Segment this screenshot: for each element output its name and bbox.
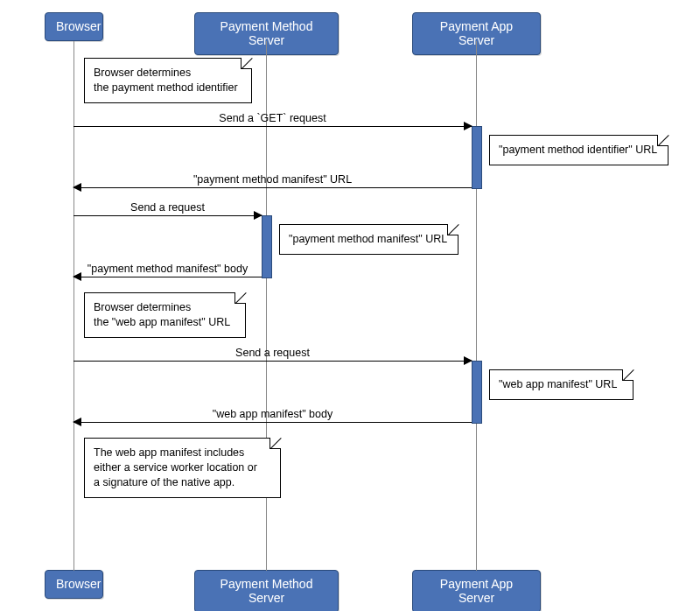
participant-pms-bottom: Payment Method Server bbox=[194, 570, 339, 611]
msg-pmm-body: "payment method manifest" body bbox=[74, 277, 262, 277]
msg-send-request-pas: Send a request bbox=[74, 361, 472, 362]
note-line: either a service worker location or bbox=[94, 461, 257, 474]
participant-label: Browser bbox=[56, 577, 101, 591]
note-line: "payment method manifest" URL bbox=[289, 233, 447, 245]
msg-get-request: Send a `GET` request bbox=[74, 126, 472, 127]
note-pmm-url: "payment method manifest" URL bbox=[279, 224, 458, 255]
note-browser-determines-pmi: Browser determines the payment method id… bbox=[84, 58, 252, 103]
message-label: "payment method manifest" body bbox=[74, 263, 262, 275]
note-line: the "web app manifest" URL bbox=[94, 316, 230, 328]
sequence-diagram: Browser Payment Method Server Payment Ap… bbox=[12, 12, 688, 599]
message-label: Send a request bbox=[74, 201, 262, 214]
note-wam-url: "web app manifest" URL bbox=[489, 369, 634, 400]
message-label: "web app manifest" body bbox=[74, 408, 472, 420]
participant-label: Payment App Server bbox=[440, 577, 513, 605]
message-label: Send a `GET` request bbox=[74, 112, 472, 124]
participant-browser-bottom: Browser bbox=[45, 570, 103, 599]
note-wam-includes: The web app manifest includes either a s… bbox=[84, 438, 281, 498]
msg-wam-body: "web app manifest" body bbox=[74, 422, 472, 423]
note-line: "web app manifest" URL bbox=[499, 378, 617, 390]
activation-pas-1 bbox=[472, 126, 482, 189]
msg-pmm-url: "payment method manifest" URL bbox=[74, 187, 472, 188]
participant-label: Payment Method Server bbox=[220, 577, 313, 605]
participant-pas-bottom: Payment App Server bbox=[412, 570, 541, 611]
message-label: "payment method manifest" URL bbox=[74, 173, 472, 186]
note-line: a signature of the native app. bbox=[94, 476, 234, 488]
lifeline-pas bbox=[476, 41, 477, 571]
activation-pms-1 bbox=[262, 215, 272, 278]
note-line: The web app manifest includes bbox=[94, 446, 244, 459]
note-pmi-url: "payment method identifier" URL bbox=[489, 135, 668, 165]
note-browser-determines-wam: Browser determines the "web app manifest… bbox=[84, 292, 246, 338]
msg-send-request-pms: Send a request bbox=[74, 215, 262, 216]
note-line: Browser determines bbox=[94, 301, 191, 313]
note-line: "payment method identifier" URL bbox=[499, 144, 657, 156]
message-label: Send a request bbox=[74, 347, 472, 359]
note-line: Browser determines bbox=[94, 67, 191, 79]
activation-pas-2 bbox=[472, 361, 482, 424]
participant-label: Browser bbox=[56, 19, 101, 33]
participant-browser-top: Browser bbox=[45, 12, 103, 41]
note-line: the payment method identifier bbox=[94, 81, 238, 94]
